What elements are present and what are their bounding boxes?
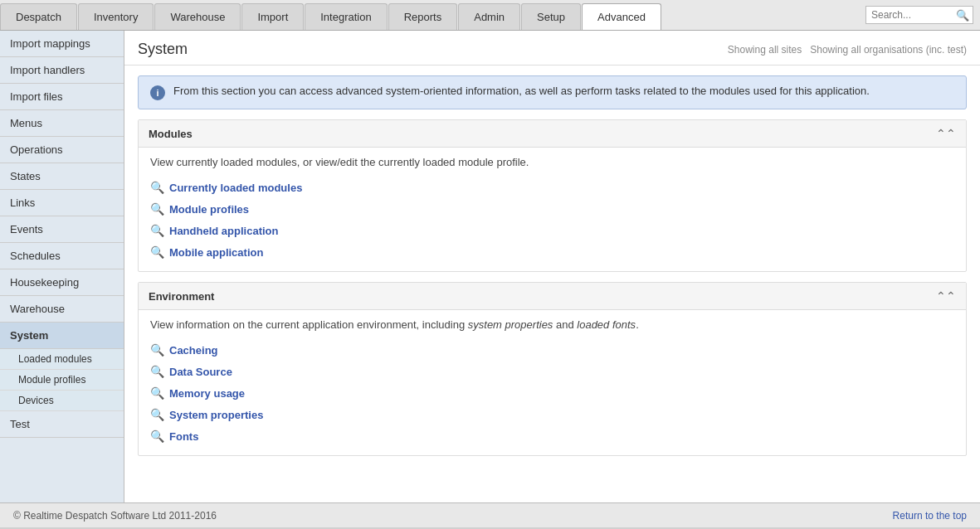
link-system-properties: 🔍 System properties (150, 404, 954, 425)
currently-loaded-modules-link[interactable]: Currently loaded modules (169, 182, 302, 194)
environment-section-header: Environment ⌃⌃ (139, 283, 966, 310)
fonts-link[interactable]: Fonts (169, 430, 198, 443)
page-title: System (138, 41, 188, 58)
sidebar-item-menus[interactable]: Menus (0, 110, 124, 137)
search-icon: 🔍 (956, 9, 969, 22)
search-icon: 🔍 (150, 386, 164, 400)
copyright-text: © Realtime Despatch Software Ltd 2011-20… (13, 510, 217, 522)
tab-reports[interactable]: Reports (388, 3, 458, 30)
modules-collapse-icon[interactable]: ⌃⌃ (936, 127, 956, 140)
link-handheld-application: 🔍 Handheld application (150, 220, 954, 241)
modules-section: Modules ⌃⌃ View currently loaded modules… (138, 119, 967, 272)
environment-section-title: Environment (149, 290, 214, 303)
sidebar-item-housekeeping[interactable]: Housekeeping (0, 269, 124, 296)
sidebar-item-test[interactable]: Test (0, 411, 124, 438)
tab-integration[interactable]: Integration (305, 3, 387, 30)
main-layout: Import mappings Import handlers Import f… (0, 31, 980, 502)
mobile-application-link[interactable]: Mobile application (169, 246, 263, 259)
return-to-top-link[interactable]: Return to the top (893, 510, 967, 522)
info-icon: i (150, 85, 165, 100)
tab-advanced[interactable]: Advanced (582, 3, 661, 30)
sidebar-sub-devices[interactable]: Devices (0, 391, 124, 411)
search-icon: 🔍 (150, 365, 164, 378)
link-memory-usage: 🔍 Memory usage (150, 382, 954, 404)
environment-section: Environment ⌃⌃ View information on the c… (138, 282, 967, 456)
link-data-source: 🔍 Data Source (150, 361, 954, 382)
showing-organisations-link[interactable]: Showing all organisations (inc. test) (810, 44, 967, 56)
footer: © Realtime Despatch Software Ltd 2011-20… (0, 502, 980, 527)
top-navigation: Despatch Inventory Warehouse Import Inte… (0, 0, 980, 31)
tab-admin[interactable]: Admin (458, 3, 520, 30)
environment-collapse-icon[interactable]: ⌃⌃ (936, 289, 956, 303)
link-mobile-application: 🔍 Mobile application (150, 241, 954, 263)
sidebar-sub-loaded-modules[interactable]: Loaded modules (0, 349, 124, 370)
tab-inventory[interactable]: Inventory (78, 3, 154, 30)
sidebar-item-links[interactable]: Links (0, 190, 124, 216)
sidebar-item-events[interactable]: Events (0, 216, 124, 243)
link-cacheing: 🔍 Cacheing (150, 339, 954, 361)
module-profiles-link[interactable]: Module profiles (169, 203, 249, 216)
sidebar-item-operations[interactable]: Operations (0, 137, 124, 163)
sidebar-item-states[interactable]: States (0, 163, 124, 190)
search-icon: 🔍 (150, 343, 164, 357)
sidebar-item-import-handlers[interactable]: Import handlers (0, 57, 124, 84)
data-source-link[interactable]: Data Source (169, 366, 232, 378)
system-properties-link[interactable]: System properties (169, 409, 263, 421)
search-icon: 🔍 (150, 245, 164, 259)
search-icon: 🔍 (150, 224, 164, 237)
link-module-profiles: 🔍 Module profiles (150, 198, 954, 220)
tab-setup[interactable]: Setup (521, 3, 581, 30)
header-links: Showing all sites Showing all organisati… (728, 44, 967, 56)
sidebar-item-warehouse[interactable]: Warehouse (0, 296, 124, 323)
sidebar-sub-module-profiles[interactable]: Module profiles (0, 370, 124, 391)
search-icon: 🔍 (150, 181, 164, 194)
modules-section-body: View currently loaded modules, or view/e… (139, 148, 966, 271)
tab-import[interactable]: Import (241, 3, 304, 30)
handheld-application-link[interactable]: Handheld application (169, 225, 278, 237)
sidebar-item-import-files[interactable]: Import files (0, 84, 124, 110)
modules-section-header: Modules ⌃⌃ (139, 120, 966, 148)
content-area: System Showing all sites Showing all org… (124, 31, 980, 502)
search-wrapper: 🔍 (865, 6, 973, 24)
search-area: 🔍 (859, 0, 980, 30)
showing-sites-link[interactable]: Showing all sites (728, 44, 802, 56)
sidebar: Import mappings Import handlers Import f… (0, 31, 124, 502)
search-icon: 🔍 (150, 202, 164, 216)
tab-despatch[interactable]: Despatch (0, 3, 77, 30)
modules-description: View currently loaded modules, or view/e… (150, 156, 954, 168)
footer-right: Return to the top (893, 510, 967, 522)
environment-description: View information on the current applicat… (150, 318, 954, 331)
info-box: i From this section you can access advan… (138, 75, 967, 109)
content-header: System Showing all sites Showing all org… (124, 31, 980, 66)
sidebar-item-schedules[interactable]: Schedules (0, 243, 124, 269)
environment-section-body: View information on the current applicat… (139, 310, 966, 455)
sidebar-item-import-mappings[interactable]: Import mappings (0, 31, 124, 57)
tab-warehouse[interactable]: Warehouse (154, 3, 241, 30)
link-currently-loaded-modules: 🔍 Currently loaded modules (150, 177, 954, 198)
link-fonts: 🔍 Fonts (150, 425, 954, 447)
sidebar-item-system[interactable]: System (0, 323, 124, 349)
memory-usage-link[interactable]: Memory usage (169, 387, 245, 400)
info-text: From this section you can access advance… (173, 85, 870, 97)
modules-section-title: Modules (149, 128, 193, 140)
search-icon: 🔍 (150, 430, 164, 443)
search-icon: 🔍 (150, 408, 164, 421)
cacheing-link[interactable]: Cacheing (169, 344, 218, 357)
